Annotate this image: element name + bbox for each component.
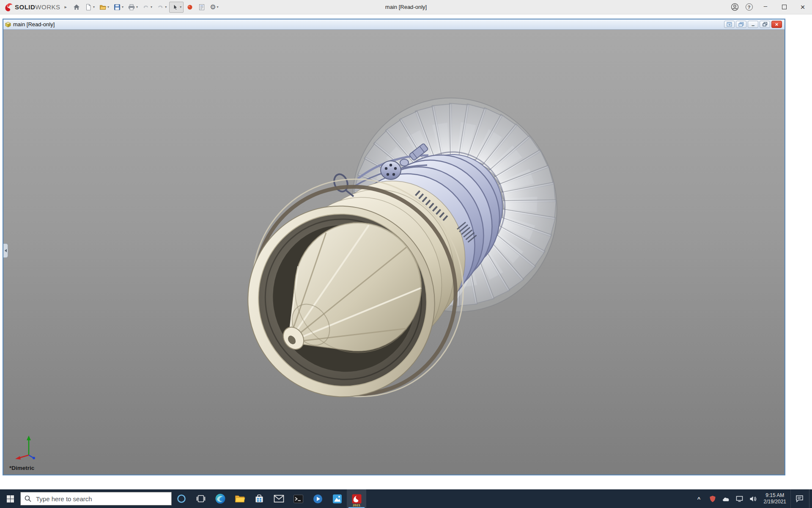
display-icon	[736, 496, 743, 502]
dropdown-caret-icon[interactable]: ▾	[136, 6, 138, 9]
select-cursor-icon	[171, 3, 179, 11]
help-button[interactable]: ?	[742, 0, 756, 14]
console-icon	[293, 494, 304, 504]
redo-button[interactable]: ▾	[155, 2, 168, 13]
options-button[interactable]: ⚙ ▾	[208, 2, 220, 13]
redo-icon	[156, 3, 164, 11]
close-icon: ×	[775, 22, 779, 27]
taskbar-clock[interactable]: 9:15 AM 2/19/2021	[760, 492, 790, 505]
open-button[interactable]: ▾	[97, 2, 111, 13]
dropdown-caret-icon[interactable]: ▾	[180, 6, 181, 9]
view-orientation-label: *Dimetric	[9, 465, 34, 471]
tray-display-button[interactable]	[733, 489, 746, 508]
document-window: main [Read-only]	[3, 19, 785, 475]
photos-icon	[332, 494, 343, 504]
taskbar-app-solidworks[interactable]: 2021	[347, 489, 366, 508]
cascade-windows-button[interactable]	[736, 21, 746, 28]
save-icon	[113, 3, 121, 11]
document-window-controls: – ×	[724, 21, 783, 28]
home-icon	[73, 3, 80, 11]
tray-volume-button[interactable]	[747, 489, 760, 508]
tray-security-button[interactable]	[706, 489, 719, 508]
taskbar-app-media-player[interactable]	[308, 489, 327, 508]
task-view-button[interactable]	[191, 489, 211, 508]
maximize-icon	[782, 5, 787, 9]
windows-taskbar: 2021 ^	[0, 489, 812, 508]
restore-icon	[763, 22, 768, 27]
document-restore-button[interactable]	[760, 21, 770, 28]
security-shield-icon	[709, 495, 716, 502]
start-button[interactable]	[0, 489, 20, 508]
dropdown-caret-icon[interactable]: ▾	[151, 6, 152, 9]
taskbar-app-mail[interactable]	[269, 489, 288, 508]
chevron-up-icon: ^	[697, 496, 701, 502]
taskbar-app-photos[interactable]	[327, 489, 347, 508]
taskbar-app-file-explorer[interactable]	[230, 489, 250, 508]
open-folder-icon	[99, 3, 107, 11]
undo-icon	[142, 3, 150, 11]
rebuild-sphere-icon	[186, 3, 194, 11]
tile-windows-button[interactable]	[724, 21, 735, 28]
document-close-button[interactable]: ×	[771, 21, 782, 28]
search-icon	[24, 495, 32, 502]
action-center-button[interactable]	[790, 489, 808, 508]
show-desktop-button[interactable]	[809, 489, 811, 508]
app-maximize-button[interactable]	[775, 0, 793, 14]
system-tray: ^	[693, 489, 812, 508]
rebuild-button[interactable]	[184, 2, 195, 13]
quick-access-toolbar: ▾ ▾ ▾	[71, 2, 220, 13]
hidden-icons-button[interactable]: ^	[693, 489, 705, 508]
account-button[interactable]	[727, 0, 742, 14]
titlebar-right-controls: ? – ×	[727, 0, 812, 14]
cascade-windows-icon	[738, 22, 744, 27]
action-center-icon	[796, 495, 804, 502]
new-document-button[interactable]: ▾	[83, 2, 96, 13]
save-button[interactable]: ▾	[112, 2, 125, 13]
dropdown-caret-icon[interactable]: ▾	[217, 6, 219, 9]
minimize-icon: –	[764, 2, 767, 9]
gear-icon: ⚙	[210, 4, 216, 11]
tray-onedrive-button[interactable]	[720, 489, 732, 508]
app-close-button[interactable]: ×	[793, 0, 812, 14]
app-minimize-button[interactable]: –	[756, 0, 775, 14]
taskbar-search-input[interactable]	[20, 492, 172, 505]
orientation-triad	[14, 433, 44, 460]
dropdown-caret-icon[interactable]: ▾	[93, 6, 95, 9]
file-explorer-icon	[234, 493, 245, 504]
graphics-viewport[interactable]: *Dimetric	[3, 30, 785, 475]
file-properties-icon	[198, 3, 206, 11]
print-button[interactable]: ▾	[126, 2, 140, 13]
solidworks-app-window: SOLIDWORKS ▸ ▾ ▾	[0, 0, 812, 508]
solidworks-logo-icon	[4, 3, 14, 12]
microsoft-store-icon	[254, 494, 264, 504]
media-player-icon	[313, 494, 323, 504]
jet-engine-model[interactable]	[3, 30, 785, 475]
undo-button[interactable]: ▾	[140, 2, 154, 13]
new-document-icon	[85, 3, 92, 11]
cloud-icon	[722, 496, 730, 502]
dropdown-caret-icon[interactable]: ▾	[122, 6, 123, 9]
document-titlebar[interactable]: main [Read-only]	[3, 19, 785, 30]
tile-windows-icon	[727, 22, 732, 27]
assembly-document-icon	[5, 22, 11, 28]
cortana-button[interactable]	[172, 489, 191, 508]
home-button[interactable]	[71, 2, 82, 13]
taskbar-app-console[interactable]	[288, 489, 308, 508]
windows-logo-icon	[7, 495, 14, 502]
taskbar-app-edge[interactable]	[211, 489, 230, 508]
document-minimize-button[interactable]: –	[748, 21, 758, 28]
taskbar-app-store[interactable]	[250, 489, 269, 508]
select-tool-button[interactable]: ▾	[169, 2, 184, 13]
solidworks-logo: SOLIDWORKS	[0, 3, 64, 12]
dropdown-caret-icon[interactable]: ▾	[165, 6, 167, 9]
featuremanager-collapse-handle[interactable]	[3, 243, 8, 258]
cortana-icon	[177, 494, 186, 503]
brand-text: SOLIDWORKS	[15, 3, 60, 11]
document-title: main [Read-only]	[13, 21, 55, 28]
dropdown-caret-icon[interactable]: ▾	[107, 6, 109, 9]
edge-icon	[215, 493, 226, 504]
clock-time: 9:15 AM	[765, 492, 784, 499]
menu-expand-arrow-icon[interactable]: ▸	[64, 4, 71, 10]
solidworks-taskbar-icon	[351, 494, 362, 504]
file-properties-button[interactable]	[196, 2, 207, 13]
